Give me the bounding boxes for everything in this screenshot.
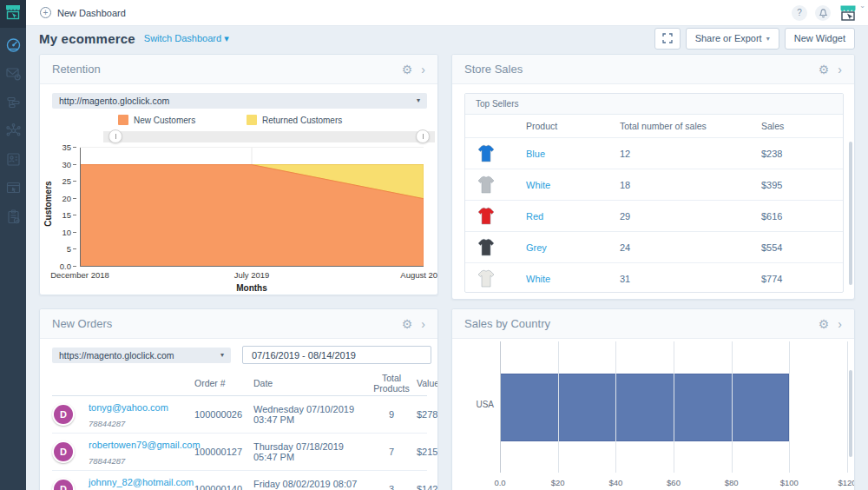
sales-count: 24 [620,242,761,253]
sidebar-item-dashboard[interactable] [5,36,22,53]
customer-avatar: D [52,478,75,490]
widget-title: Store Sales [464,63,523,76]
customer-email-link[interactable]: johnny_82@hotmail.com [89,477,194,487]
share-export-button[interactable]: Share or Export▾ [686,28,779,50]
top-sellers-card: Top Sellers Product Total number of sale… [464,93,844,293]
x-axis-title: Months [80,283,424,293]
zoom-grip-right[interactable] [416,129,430,143]
column-header-product: Product [526,121,620,131]
chevron-right-icon[interactable]: › [838,63,842,76]
gear-icon[interactable]: ⚙ [402,63,413,76]
tshirt-icon [476,174,496,196]
chevron-right-icon[interactable]: › [421,318,425,330]
sales-amount: $616 [761,211,838,222]
new-widget-button[interactable]: New Widget [785,28,855,50]
chart-zoom-scrollbar[interactable] [103,131,435,142]
gear-icon[interactable]: ⚙ [819,63,830,76]
sales-count: 29 [620,211,761,222]
product-link[interactable]: Red [526,211,620,222]
dashboard-nav-label[interactable]: New Dashboard [57,8,126,18]
tshirt-icon [476,236,496,259]
widget-scrollbar[interactable] [849,142,852,285]
fullscreen-icon [662,33,673,43]
sidebar-item-website[interactable] [5,180,22,196]
customer-avatar: D [52,403,75,426]
product-link[interactable]: White [526,180,620,190]
sales-count: 31 [620,274,761,284]
column-header-date: Date [253,378,366,388]
store-sales-widget: Store Sales ⚙› Top Sellers Product Total… [451,54,855,300]
gear-icon[interactable]: ⚙ [819,317,830,331]
legend-item: Returned Customers [247,115,342,125]
top-sellers-subtitle: Top Sellers [465,94,843,115]
order-number: 100000140 [194,484,250,490]
sidebar-item-email[interactable] [5,65,22,82]
legend-item: New Customers [118,115,195,125]
order-date: Friday 08/02/2019 08:07 PM [253,479,366,490]
legend-swatch-new-customers [118,115,128,125]
top-navigation-bar: + New Dashboard ? ⌄ [26,0,868,26]
sidebar-item-workflows[interactable] [5,94,22,110]
table-row: D tonyg@yahoo.com78844287 100000026 Wedn… [52,396,427,434]
sales-amount: $554 [761,242,838,253]
orders-site-select[interactable]: https://magento.gloclick.com▾ [52,348,231,363]
retention-widget: Retention ⚙› http://magento.gloclick.com… [39,54,438,295]
orders-table-body: D tonyg@yahoo.com78844287 100000026 Wedn… [52,396,427,490]
order-value: $142 [417,484,438,490]
gear-icon[interactable]: ⚙ [402,317,413,331]
customer-email-link[interactable]: robertowen79@gmail.com [89,440,201,450]
retention-site-select[interactable]: http://magento.gloclick.com▾ [52,93,427,109]
sidebar-item-reports[interactable] [5,209,22,225]
widget-title: Retention [52,63,101,76]
product-link[interactable]: White [526,274,620,284]
sales-amount: $238 [761,149,838,159]
chevron-right-icon[interactable]: › [838,318,842,330]
add-dashboard-icon: + [40,7,51,18]
switch-dashboard-link[interactable]: Switch Dashboard ▾ [144,33,229,44]
chevron-down-icon: ▾ [224,33,229,43]
account-menu-button[interactable]: ⌄ [838,4,859,22]
x-axis-ticks: 0.0$20$40$60$80$100$120 [500,478,847,488]
page-title: My ecommerce [39,31,135,46]
widget-title: Sales by Country [464,317,550,330]
order-date: Thursday 07/18/2019 05:47 PM [253,441,366,462]
widget-scrollbar[interactable] [849,370,852,457]
table-row: D johnny_82@hotmail.com78844287 10000014… [52,471,427,490]
table-row: Grey 24 $554 [465,231,843,262]
retention-widget-header: Retention ⚙› [40,55,437,84]
new-orders-widget-header: New Orders ⚙› [40,309,437,339]
customer-account-id: 78844287 [89,456,125,466]
order-value: $278 [417,409,438,420]
new-orders-widget: New Orders ⚙› https://magento.gloclick.c… [39,308,438,490]
fullscreen-button[interactable] [654,28,681,50]
sidebar-item-contacts[interactable] [5,151,22,168]
table-row: D robertowen79@gmail.com78844287 1000001… [52,434,427,471]
tshirt-icon [476,205,496,228]
category-label: USA [452,400,494,409]
product-link[interactable]: Grey [526,242,620,253]
customer-email-link[interactable]: tonyg@yahoo.com [89,402,168,413]
table-header-row: Order # Date Total Products Value [52,370,427,396]
store-sales-widget-header: Store Sales ⚙› [452,55,854,84]
bell-icon [819,8,828,18]
sidebar-item-integrations[interactable] [5,122,22,139]
page-header: My ecommerce Switch Dashboard ▾ Share or… [26,26,868,50]
help-button[interactable]: ? [792,5,807,21]
chart-legend: New Customers Returned Customers [40,115,438,127]
legend-swatch-returned-customers [247,115,257,125]
app-logo[interactable] [0,0,26,28]
notifications-button[interactable] [815,5,831,21]
country-bar-chart [500,341,847,473]
order-products: 7 [370,447,413,457]
widget-title: New Orders [52,317,112,330]
tshirt-icon [476,268,496,290]
column-header-value: Value [417,378,438,388]
legend-label: New Customers [134,116,195,125]
product-link[interactable]: Blue [526,149,620,159]
chevron-right-icon[interactable]: › [421,63,425,76]
zoom-grip-left[interactable] [108,129,122,143]
column-header-products: Total Products [370,373,413,394]
legend-label: Returned Customers [262,116,342,125]
chevron-down-icon: ▾ [417,93,420,109]
date-range-input[interactable] [242,346,431,364]
